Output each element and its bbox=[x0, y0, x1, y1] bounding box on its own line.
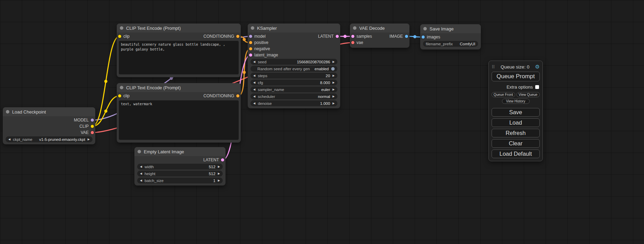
ckpt-name-widget[interactable]: ◀ ckpt_name v1-5-pruned-emaonly.ckpt ▶ bbox=[6, 136, 92, 142]
collapse-dot-icon[interactable] bbox=[120, 86, 123, 89]
filename-prefix-widget[interactable]: filename_prefix ComfyUI bbox=[423, 41, 478, 47]
negative-prompt-textarea[interactable]: text, watermark bbox=[119, 100, 239, 140]
width-widget[interactable]: ◀ width 512 ▶ bbox=[137, 164, 223, 170]
increment-arrow-icon[interactable]: ▶ bbox=[333, 88, 335, 91]
refresh-button[interactable]: Refresh bbox=[492, 129, 540, 137]
seed-widget[interactable]: ◀ seed 156680208700286 ▶ bbox=[250, 59, 337, 65]
drag-handle-icon[interactable]: ⠿ bbox=[492, 64, 495, 70]
steps-widget[interactable]: ◀ steps 20 ▶ bbox=[250, 73, 337, 79]
decrement-arrow-icon[interactable]: ◀ bbox=[253, 95, 255, 98]
node-ksampler[interactable]: KSampler model LATENT positive negative … bbox=[248, 24, 340, 108]
widget-value: ComfyUI bbox=[460, 42, 475, 46]
vae-output-port[interactable] bbox=[91, 131, 94, 134]
graph-canvas[interactable]: Load Checkpoint MODEL CLIP VAE ◀ ckpt_na… bbox=[0, 0, 644, 244]
settings-gear-icon[interactable]: ⚙ bbox=[535, 64, 540, 70]
node-title-bar[interactable]: Load Checkpoint bbox=[3, 107, 95, 116]
collapse-dot-icon[interactable] bbox=[251, 26, 254, 30]
images-input-port[interactable] bbox=[422, 36, 425, 39]
increment-arrow-icon[interactable]: ▶ bbox=[333, 74, 335, 77]
port-row-samples-image: samples IMAGE bbox=[350, 33, 409, 39]
collapse-dot-icon[interactable] bbox=[6, 110, 9, 114]
decrement-arrow-icon[interactable]: ◀ bbox=[253, 61, 255, 63]
clear-button[interactable]: Clear bbox=[492, 139, 540, 148]
load-button[interactable]: Load bbox=[492, 118, 540, 127]
clip-input-port[interactable] bbox=[118, 94, 121, 98]
node-empty-latent-image[interactable]: Empty Latent Image LATENT ◀ width 512 ▶ … bbox=[134, 147, 226, 186]
conditioning-output-port[interactable] bbox=[236, 35, 239, 38]
queue-prompt-button[interactable]: Queue Prompt bbox=[492, 72, 540, 81]
conditioning-output-port[interactable] bbox=[236, 94, 239, 98]
widget-name: seed bbox=[258, 60, 266, 64]
queue-front-button[interactable]: Queue Front bbox=[492, 92, 515, 97]
decrement-arrow-icon[interactable]: ◀ bbox=[140, 172, 142, 175]
height-widget[interactable]: ◀ height 512 ▶ bbox=[137, 171, 223, 177]
node-title-bar[interactable]: VAE Decode bbox=[350, 24, 409, 33]
batch-size-widget[interactable]: ◀ batch_size 1 ▶ bbox=[137, 178, 223, 183]
collapse-dot-icon[interactable] bbox=[138, 150, 141, 153]
output-label: VAE bbox=[81, 130, 89, 135]
clip-output-port[interactable] bbox=[91, 125, 94, 128]
vae-input-port[interactable] bbox=[351, 41, 354, 44]
increment-arrow-icon[interactable]: ▶ bbox=[218, 165, 220, 168]
cfg-widget[interactable]: ◀ cfg 8.000 ▶ bbox=[250, 80, 337, 85]
output-row-model: MODEL bbox=[3, 117, 95, 123]
image-output-port[interactable] bbox=[405, 35, 408, 38]
increment-arrow-icon[interactable]: ▶ bbox=[333, 81, 335, 84]
increment-arrow-icon[interactable]: ▶ bbox=[333, 95, 335, 98]
collapse-dot-icon[interactable] bbox=[120, 26, 123, 30]
sampler-name-widget[interactable]: ◀ sampler_name euler ▶ bbox=[250, 87, 337, 92]
extra-options-checkbox[interactable] bbox=[535, 85, 539, 89]
node-load-checkpoint[interactable]: Load Checkpoint MODEL CLIP VAE ◀ ckpt_na… bbox=[3, 107, 95, 144]
samples-input-port[interactable] bbox=[351, 35, 354, 38]
node-title-bar[interactable]: KSampler bbox=[248, 24, 340, 33]
node-title-bar[interactable]: Empty Latent Image bbox=[134, 147, 226, 156]
widget-name: height bbox=[144, 172, 155, 176]
load-default-button[interactable]: Load Default bbox=[492, 150, 540, 158]
collapse-dot-icon[interactable] bbox=[353, 26, 356, 30]
decrement-arrow-icon[interactable]: ◀ bbox=[253, 81, 255, 84]
increment-arrow-icon[interactable]: ▶ bbox=[88, 138, 90, 141]
model-output-port[interactable] bbox=[91, 119, 94, 122]
clip-input-port[interactable] bbox=[118, 35, 121, 38]
node-title-bar[interactable]: Save Image bbox=[420, 24, 481, 33]
widget-name: ckpt_name bbox=[13, 137, 32, 142]
node-title: Empty Latent Image bbox=[144, 149, 184, 154]
latent-output-port[interactable] bbox=[336, 35, 339, 38]
widget-value: 1 bbox=[213, 179, 215, 183]
node-clip-text-encode-negative[interactable]: CLIP Text Encode (Prompt) clip CONDITION… bbox=[117, 83, 241, 143]
node-save-image[interactable]: Save Image images filename_prefix ComfyU… bbox=[420, 24, 481, 49]
increment-arrow-icon[interactable]: ▶ bbox=[333, 61, 335, 63]
model-input-port[interactable] bbox=[249, 35, 252, 38]
positive-prompt-textarea[interactable]: beautiful scenery nature glass bottle la… bbox=[119, 41, 239, 74]
decrement-arrow-icon[interactable]: ◀ bbox=[253, 88, 255, 91]
increment-arrow-icon[interactable]: ▶ bbox=[218, 179, 220, 182]
negative-input-port[interactable] bbox=[249, 47, 252, 51]
increment-arrow-icon[interactable]: ▶ bbox=[333, 102, 335, 105]
widget-value: 1.000 bbox=[320, 101, 330, 106]
node-clip-text-encode-positive[interactable]: CLIP Text Encode (Prompt) clip CONDITION… bbox=[117, 24, 241, 77]
node-vae-decode[interactable]: VAE Decode samples IMAGE vae bbox=[350, 24, 409, 48]
widget-value: euler bbox=[321, 88, 330, 92]
node-title-bar[interactable]: CLIP Text Encode (Prompt) bbox=[117, 83, 241, 92]
decrement-arrow-icon[interactable]: ◀ bbox=[253, 74, 255, 77]
decrement-arrow-icon[interactable]: ◀ bbox=[8, 138, 10, 141]
collapse-dot-icon[interactable] bbox=[423, 27, 427, 30]
view-history-button[interactable]: View History bbox=[502, 99, 530, 104]
decrement-arrow-icon[interactable]: ◀ bbox=[140, 165, 142, 168]
save-button[interactable]: Save bbox=[492, 108, 540, 117]
view-queue-button[interactable]: View Queue bbox=[517, 92, 540, 97]
node-title-bar[interactable]: CLIP Text Encode (Prompt) bbox=[117, 24, 241, 33]
decrement-arrow-icon[interactable]: ◀ bbox=[253, 102, 255, 105]
toggle-knob-icon[interactable] bbox=[331, 67, 335, 71]
latent-output-port[interactable] bbox=[221, 159, 224, 162]
positive-input-port[interactable] bbox=[249, 41, 252, 44]
widget-value: 20 bbox=[326, 74, 330, 78]
latent-image-input-port[interactable] bbox=[249, 54, 252, 57]
scheduler-widget[interactable]: ◀ scheduler normal ▶ bbox=[250, 93, 337, 99]
denoise-widget[interactable]: ◀ denoise 1.000 ▶ bbox=[250, 100, 337, 106]
random-seed-toggle-widget[interactable]: Random seed after every gen enabled bbox=[250, 66, 337, 72]
port-row-images: images bbox=[420, 34, 481, 40]
decrement-arrow-icon[interactable]: ◀ bbox=[140, 179, 142, 182]
node-title: Load Checkpoint bbox=[12, 109, 46, 115]
increment-arrow-icon[interactable]: ▶ bbox=[218, 172, 220, 175]
